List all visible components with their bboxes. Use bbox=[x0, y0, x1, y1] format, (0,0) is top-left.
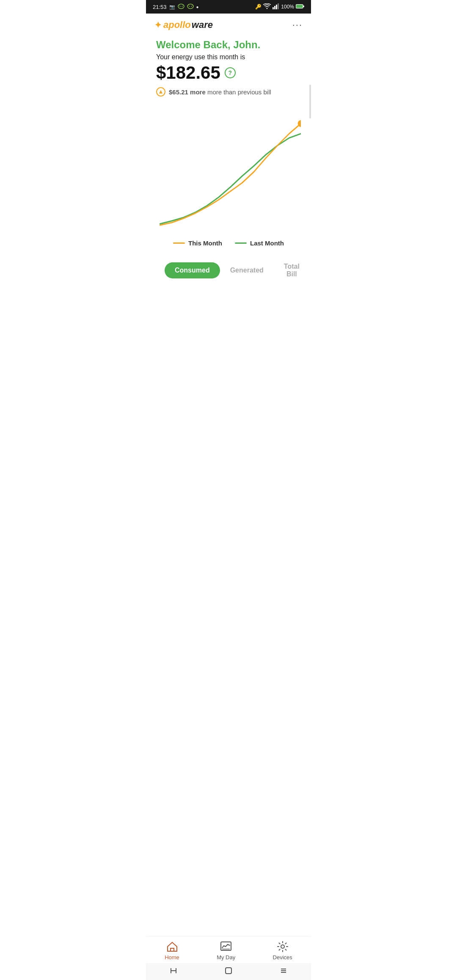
chart-legend: This Month Last Month bbox=[156, 234, 301, 254]
up-arrow-icon bbox=[156, 87, 165, 96]
menu-button[interactable]: ··· bbox=[292, 19, 303, 30]
svg-marker-17 bbox=[159, 90, 162, 94]
legend-last-month-label: Last Month bbox=[250, 239, 284, 247]
svg-point-7 bbox=[191, 6, 192, 7]
previous-bill-row: $65.21 more more than previous bill bbox=[156, 87, 301, 96]
svg-rect-11 bbox=[274, 6, 275, 9]
battery-text: 100% bbox=[281, 4, 294, 10]
status-right: 🔑 100% bbox=[255, 3, 304, 11]
tab-total-bill[interactable]: Total Bill bbox=[274, 259, 310, 282]
svg-point-2 bbox=[182, 6, 182, 7]
bill-diff-bold-more: more bbox=[190, 88, 207, 96]
svg-rect-10 bbox=[273, 7, 274, 9]
tab-generated[interactable]: Generated bbox=[220, 262, 274, 278]
welcome-greeting: Welcome Back, John. bbox=[156, 39, 301, 51]
scroll-indicator bbox=[309, 85, 311, 118]
svg-point-6 bbox=[189, 6, 190, 7]
logo-ware: ware bbox=[192, 19, 213, 30]
svg-rect-15 bbox=[296, 5, 303, 8]
app-logo: ✦ apolloware bbox=[154, 19, 213, 30]
legend-this-month-label: This Month bbox=[188, 239, 222, 247]
key-icon: 🔑 bbox=[255, 4, 262, 10]
legend-green-line bbox=[235, 242, 247, 244]
help-button[interactable]: ? bbox=[225, 67, 236, 78]
battery-icon bbox=[296, 4, 304, 10]
status-time: 21:53 bbox=[153, 4, 167, 10]
data-tabs: Consumed Generated Total Bill bbox=[156, 254, 301, 288]
status-left: 21:53 📷 ● bbox=[153, 3, 199, 11]
android-icon-2 bbox=[187, 3, 194, 11]
signal-icon bbox=[273, 3, 279, 11]
svg-rect-12 bbox=[276, 5, 277, 9]
sim-icon: 📷 bbox=[169, 4, 175, 10]
main-content: Welcome Back, John. Your energy use this… bbox=[146, 35, 311, 288]
legend-orange-line bbox=[173, 242, 185, 244]
wifi-icon bbox=[263, 3, 271, 11]
energy-chart bbox=[156, 103, 301, 230]
dot-indicator: ● bbox=[196, 5, 199, 9]
logo-apollo: apollo bbox=[163, 19, 191, 30]
question-mark: ? bbox=[228, 69, 232, 76]
legend-last-month: Last Month bbox=[235, 239, 284, 247]
android-icon-1 bbox=[178, 3, 184, 11]
svg-point-1 bbox=[179, 6, 180, 7]
logo-star: ✦ bbox=[154, 20, 162, 30]
legend-this-month: This Month bbox=[173, 239, 222, 247]
tab-consumed[interactable]: Consumed bbox=[165, 262, 220, 278]
svg-rect-13 bbox=[278, 3, 279, 9]
svg-rect-16 bbox=[303, 6, 304, 7]
energy-label: Your energy use this month is bbox=[156, 53, 301, 61]
bill-diff-text: more than previous bill bbox=[207, 88, 271, 96]
energy-amount: $182.65 bbox=[156, 63, 220, 83]
bill-difference: $65.21 more more than previous bill bbox=[169, 88, 271, 96]
bill-diff-amount: $65.21 bbox=[169, 88, 188, 96]
status-bar: 21:53 📷 ● 🔑 bbox=[146, 0, 311, 14]
energy-amount-row: $182.65 ? bbox=[156, 63, 301, 83]
app-header: ✦ apolloware ··· bbox=[146, 14, 311, 35]
